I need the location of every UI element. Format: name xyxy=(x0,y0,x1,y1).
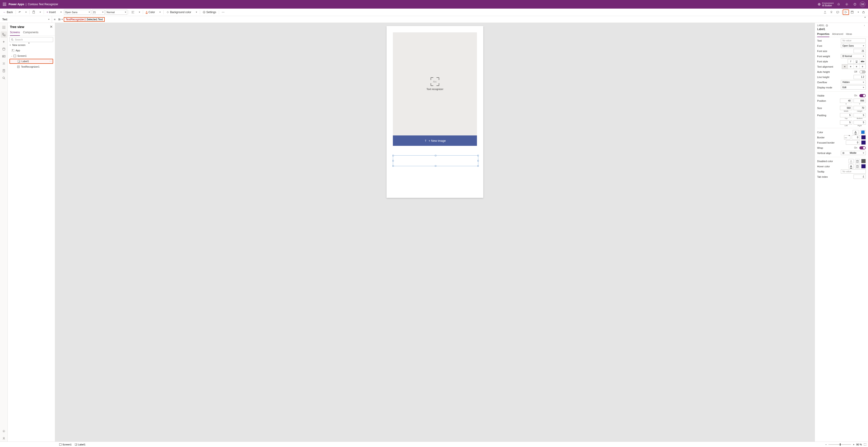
italic-button[interactable]: I xyxy=(848,59,854,63)
property-selector[interactable]: Text xyxy=(0,16,52,23)
prop-size-w[interactable]: 560 xyxy=(840,106,852,110)
rail-insert-icon[interactable]: + xyxy=(1,39,7,45)
prop-border-width[interactable]: 0 xyxy=(852,135,860,140)
align-right-button[interactable]: ≡ xyxy=(854,64,860,69)
prop-lineheight-input[interactable]: 1.2 xyxy=(854,75,866,79)
caret-down-icon[interactable]: ⌄ xyxy=(11,55,13,57)
preview-button[interactable] xyxy=(844,10,848,14)
align-split[interactable] xyxy=(136,11,142,13)
color-button[interactable]: AColor xyxy=(145,10,156,14)
prop-hover-fill[interactable]: ◫ xyxy=(855,164,860,169)
font-size-dropdown[interactable]: 21 xyxy=(92,10,105,15)
prop-displaymode-input[interactable]: Edit xyxy=(841,85,866,90)
align-center-button[interactable]: ≡ xyxy=(848,64,854,69)
prop-position-y[interactable]: 896 xyxy=(854,98,866,103)
prop-padding-b[interactable]: 5 xyxy=(854,113,866,117)
tab-properties[interactable]: Properties xyxy=(817,32,829,37)
prop-color-fill[interactable]: 🟦 xyxy=(860,130,866,134)
insert-split[interactable] xyxy=(58,11,63,13)
fx-button[interactable]: fx xyxy=(57,18,64,21)
rail-flow-icon[interactable] xyxy=(1,60,7,67)
prop-visible-toggle[interactable] xyxy=(860,94,866,97)
tree-item-app[interactable]: App xyxy=(9,48,53,53)
rail-virtual-agent-icon[interactable] xyxy=(1,435,7,442)
rail-settings-icon[interactable] xyxy=(1,428,7,434)
prop-border-color[interactable] xyxy=(861,135,866,140)
zoom-in-button[interactable]: + xyxy=(853,443,854,446)
tree-close-icon[interactable]: ✕ xyxy=(50,25,53,29)
tab-components[interactable]: Components xyxy=(23,30,38,35)
text-recognizer-control[interactable]: Abc Text recognizer + New image xyxy=(393,32,477,146)
prop-padding-t[interactable]: 5 xyxy=(840,113,852,117)
label1-control[interactable] xyxy=(393,155,478,166)
font-family-dropdown[interactable]: Open Sans xyxy=(64,10,91,15)
prop-fontweight-input[interactable]: B Normal xyxy=(841,54,866,58)
prop-disabled-border[interactable] xyxy=(861,159,866,163)
tree-search-input[interactable]: Search xyxy=(9,37,53,42)
undo-split[interactable] xyxy=(23,11,28,13)
waffle-icon[interactable] xyxy=(1,1,8,7)
rail-data-icon[interactable] xyxy=(1,46,7,52)
tree-item-screen1[interactable]: ⌄ Screen1 xyxy=(9,53,53,58)
insert-button[interactable]: +Insert xyxy=(45,10,57,14)
color-split[interactable] xyxy=(157,11,162,13)
prop-overflow-input[interactable]: Hidden xyxy=(841,80,866,84)
prop-control-name[interactable]: Label1 xyxy=(815,27,868,32)
rail-advanced-icon[interactable] xyxy=(1,68,7,74)
notifications-icon[interactable] xyxy=(835,1,842,7)
share-button[interactable] xyxy=(822,10,828,14)
publish-button[interactable] xyxy=(861,10,866,14)
more-toolbar[interactable]: ⋯ xyxy=(220,10,226,14)
checker-button[interactable] xyxy=(829,10,834,14)
zoom-slider[interactable] xyxy=(829,444,851,445)
prop-padding-r[interactable]: 5 xyxy=(854,120,866,125)
prop-valign-input[interactable]: ⊟ Middle xyxy=(841,151,866,155)
prop-wrap-toggle[interactable] xyxy=(860,146,866,149)
settings-button[interactable]: Settings xyxy=(202,10,217,14)
canvas[interactable]: Abc Text recognizer + New image xyxy=(55,23,815,442)
tree-item-textrecognizer[interactable]: TextRecognizer1 xyxy=(9,64,53,69)
bgcolor-split[interactable] xyxy=(193,11,198,13)
phone-screen[interactable]: Abc Text recognizer + New image xyxy=(386,26,483,198)
paste-split[interactable] xyxy=(37,11,42,13)
rail-hamburger-icon[interactable] xyxy=(1,24,7,31)
new-screen-button[interactable]: +New screen xyxy=(9,42,53,48)
prop-autoheight-toggle[interactable] xyxy=(860,70,866,73)
prop-hover-border[interactable] xyxy=(861,164,866,169)
prop-disabled-font[interactable]: A xyxy=(848,159,854,163)
info-icon[interactable] xyxy=(826,24,828,27)
back-button[interactable]: ←Back xyxy=(2,10,14,14)
settings-icon[interactable] xyxy=(844,1,850,7)
formula-expand[interactable] xyxy=(861,18,868,21)
rail-tree-icon[interactable] xyxy=(1,31,7,38)
tab-advanced[interactable]: Advanced xyxy=(832,32,843,37)
tree-item-more-icon[interactable]: ⋯ xyxy=(49,60,52,63)
undo-button[interactable]: ↶ xyxy=(17,10,22,14)
tab-ideas[interactable]: Ideas xyxy=(846,32,852,37)
help-icon[interactable] xyxy=(852,1,858,7)
font-weight-dropdown[interactable]: Normal xyxy=(105,10,127,15)
user-avatar[interactable]: DB xyxy=(860,2,865,7)
prop-border-style[interactable]: — xyxy=(844,135,850,140)
prop-padding-l[interactable]: 5 xyxy=(840,120,852,125)
rail-media-icon[interactable] xyxy=(1,53,7,59)
prop-size-h[interactable]: 70 xyxy=(854,106,866,110)
prop-color-font[interactable]: A xyxy=(852,130,859,134)
fit-screen-button[interactable]: ⛶ xyxy=(864,443,866,446)
zoom-out-button[interactable]: − xyxy=(825,443,827,446)
prop-tabindex-input[interactable]: -1 xyxy=(854,175,866,179)
save-split[interactable] xyxy=(855,11,860,13)
bgcolor-button[interactable]: Background color xyxy=(165,10,192,14)
environment-picker[interactable]: Environment AI Builder xyxy=(817,2,834,7)
align-left-button[interactable]: ≡ xyxy=(842,64,848,69)
tab-screens[interactable]: Screens xyxy=(10,30,20,36)
comments-button[interactable] xyxy=(835,10,841,14)
paste-button[interactable] xyxy=(31,10,36,14)
align-button[interactable] xyxy=(130,11,135,14)
prop-focused-color[interactable] xyxy=(861,141,866,145)
save-button[interactable] xyxy=(849,10,855,14)
tree-item-label1[interactable]: Label1 ⋯ xyxy=(9,59,53,64)
breadcrumb-screen[interactable]: Screen1 xyxy=(59,443,72,446)
prop-position-x[interactable]: 40 xyxy=(840,98,852,103)
prop-text-input[interactable]: No value xyxy=(841,38,866,43)
